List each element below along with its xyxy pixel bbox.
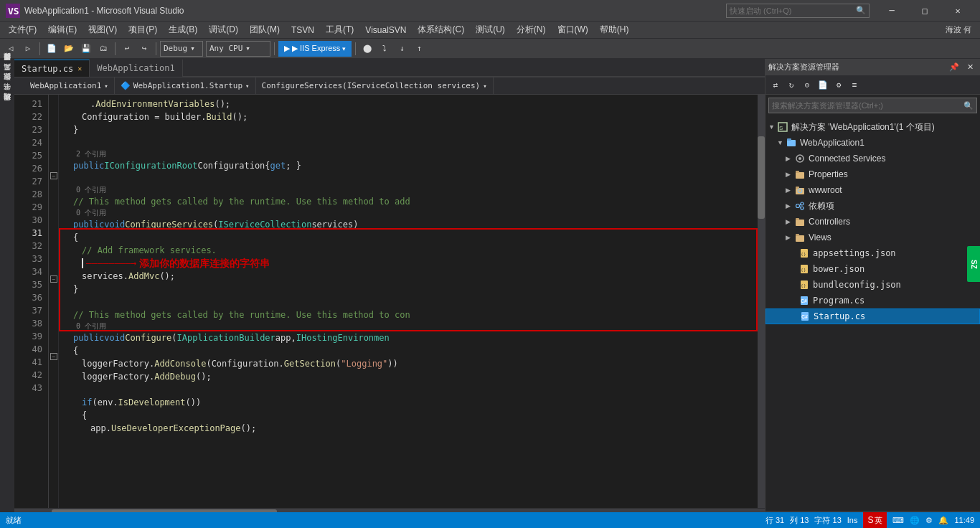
tab-webapplication1[interactable]: WebApplication1 — [90, 60, 182, 77]
status-char[interactable]: 字符 13 — [814, 515, 841, 526]
toolbar-breakpoint-btn[interactable]: ⬤ — [359, 41, 375, 57]
menu-view[interactable]: 视图(V) — [83, 22, 123, 39]
se-pin-btn[interactable]: 📌 — [947, 60, 961, 75]
tree-properties[interactable]: ▶ Properties — [765, 166, 980, 182]
annotation-text: 添加你的数据库连接的字符串 — [139, 257, 270, 270]
vertical-scrollbar[interactable] — [758, 95, 765, 508]
sidebar-tab-callhierarchy[interactable]: 调用层次结构 — [1, 102, 14, 110]
code-nav-method[interactable]: ConfigureServices(IServiceCollection ser… — [256, 77, 494, 95]
code-nav-class[interactable]: 🔷 WebApplication1.Startup▾ — [115, 77, 256, 95]
sidebar-tab-toolbox[interactable]: 工具箱 — [1, 72, 14, 80]
sg-icon-status[interactable]: S 英 — [863, 512, 887, 528]
sidebar-tab-server-explorer[interactable]: 服务器资源管理器 — [1, 62, 14, 70]
toolbar-step-over-btn[interactable]: ⤵ — [377, 41, 392, 57]
menu-arch[interactable]: 体系结构(C) — [412, 22, 470, 39]
menu-test[interactable]: 测试(U) — [470, 22, 511, 39]
tab-startup-cs[interactable]: Startup.cs ✕ — [14, 60, 90, 77]
toolbar-sep4 — [274, 42, 275, 55]
toolbar-forward-btn[interactable]: ▷ — [20, 41, 36, 57]
quick-launch-box[interactable]: 🔍 — [726, 4, 870, 18]
tree-connected-services[interactable]: ▶ Connected Services — [765, 151, 980, 166]
se-close-btn[interactable]: ✕ — [963, 60, 977, 75]
svg-text:{ }: { } — [801, 268, 806, 272]
toolbar-step-out-btn[interactable]: ↑ — [411, 41, 427, 57]
status-line[interactable]: 行 31 — [765, 515, 784, 526]
tree-wwwroot[interactable]: ▶ wwwroot — [765, 182, 980, 198]
toolbar-save-all-btn[interactable]: 🗂 — [95, 41, 111, 57]
toolbar-save-btn[interactable]: 💾 — [78, 41, 94, 57]
tree-controllers[interactable]: ▶ Controllers — [765, 214, 980, 230]
fold-gutter: − − − — [49, 95, 59, 508]
platform-dropdown[interactable]: Any CPU▾ — [206, 41, 270, 57]
quick-launch-input[interactable] — [730, 6, 856, 15]
code-nav-namespace[interactable]: WebApplication1▾ — [24, 77, 115, 95]
sidebar-tab-bookmarks[interactable]: 书签 — [1, 92, 14, 100]
minimize-button[interactable]: ─ — [875, 0, 908, 22]
user-profile[interactable]: 海波 何 — [940, 24, 977, 35]
menu-project[interactable]: 项目(P) — [123, 22, 163, 39]
restore-button[interactable]: □ — [908, 0, 941, 22]
toolbar-undo-btn[interactable]: ↩ — [119, 41, 135, 57]
network-icon[interactable]: 🌐 — [910, 516, 920, 525]
startup-cs-icon: C# — [799, 311, 811, 322]
se-sync-btn[interactable]: ⇄ — [768, 78, 783, 93]
tree-startup-cs[interactable]: ▶ C# Startup.cs — [765, 308, 980, 324]
se-properties-btn[interactable]: ⚙ — [831, 78, 846, 93]
menu-debug[interactable]: 调试(D) — [203, 22, 244, 39]
code-content[interactable]: .AddEnvironmentVariables(); Configuratio… — [59, 95, 765, 508]
menu-edit[interactable]: 编辑(E) — [42, 22, 83, 39]
menu-team[interactable]: 团队(M) — [244, 22, 286, 39]
se-filter-btn[interactable]: ≡ — [847, 78, 862, 93]
solution-label: 解决方案 'WebApplication1'(1 个项目) — [791, 121, 935, 133]
tree-appsettings[interactable]: ▶ { } appsettings.json — [765, 245, 980, 261]
sidebar-tab-datasources[interactable]: 数据源 — [1, 82, 14, 90]
close-button[interactable]: ✕ — [941, 0, 974, 22]
fold-28[interactable]: − — [50, 172, 57, 179]
menu-build[interactable]: 生成(B) — [163, 22, 203, 39]
se-show-all-btn[interactable]: 📄 — [816, 78, 830, 93]
settings-icon[interactable]: ⚙ — [925, 516, 933, 525]
tree-project[interactable]: ▼ WebApplication1 — [765, 135, 980, 151]
menu-tools[interactable]: 工具(T) — [320, 22, 359, 39]
debug-config-dropdown[interactable]: Debug▾ — [160, 41, 203, 57]
keyboard-icon[interactable]: ⌨ — [892, 516, 904, 525]
code-line-43: app.UseDeveloperExceptionPage(); — [65, 422, 765, 435]
code-line-39: loggerFactory.AddDebug(); — [65, 370, 765, 383]
project-icon — [786, 137, 797, 148]
toolbar-step-in-btn[interactable]: ↓ — [394, 41, 410, 57]
status-ins-mode[interactable]: Ins — [847, 516, 858, 524]
se-search-box[interactable]: 🔍 — [768, 98, 977, 113]
tree-bundleconfig[interactable]: ▶ { } bundleconfig.json — [765, 277, 980, 293]
sz-indicator[interactable]: SZ — [967, 246, 980, 282]
menu-tsvn[interactable]: TSVN — [286, 22, 320, 39]
status-col[interactable]: 列 13 — [790, 515, 809, 526]
menu-help[interactable]: 帮助(H) — [594, 22, 635, 39]
se-search-input[interactable] — [772, 101, 961, 110]
toolbar-new-btn[interactable]: 📄 — [44, 41, 60, 57]
fold-41[interactable]: − — [50, 353, 57, 360]
svg-rect-19 — [796, 218, 799, 220]
toolbar-open-btn[interactable]: 📂 — [61, 41, 77, 57]
toolbar-back-btn[interactable]: ◁ — [3, 41, 19, 57]
menu-file[interactable]: 文件(F) — [3, 22, 42, 39]
scroll-thumb[interactable] — [758, 136, 765, 219]
se-collapse-btn[interactable]: ⊖ — [800, 78, 814, 93]
run-button[interactable]: ▶ ▶ IIS Express ▾ — [278, 41, 352, 57]
toolbar-redo-btn[interactable]: ↪ — [136, 41, 152, 57]
se-refresh-btn[interactable]: ↻ — [784, 78, 798, 93]
tree-views[interactable]: ▶ Views — [765, 230, 980, 245]
menu-analyze[interactable]: 分析(N) — [511, 22, 552, 39]
menu-window[interactable]: 窗口(W) — [552, 22, 594, 39]
tree-bower[interactable]: ▶ { } bower.json — [765, 261, 980, 277]
fold-36[interactable]: − — [50, 275, 57, 283]
menu-visualsvn[interactable]: VisualSVN — [359, 22, 412, 39]
svg-point-7 — [798, 157, 801, 160]
tree-solution[interactable]: ▼ S 解决方案 'WebApplication1'(1 个项目) — [765, 119, 980, 135]
tree-program-cs[interactable]: ▶ C# Program.cs — [765, 293, 980, 308]
code-line-28: public void ConfigureServices(IServiceCo… — [65, 218, 765, 231]
toolbar-sep2 — [115, 42, 116, 55]
tree-dependencies[interactable]: ▶ 依赖项 — [765, 198, 980, 214]
status-ready[interactable]: 就绪 — [6, 515, 22, 526]
bell-icon[interactable]: 🔔 — [938, 516, 948, 525]
code-line-25: public IConfigurationRoot Configuration … — [65, 159, 765, 172]
